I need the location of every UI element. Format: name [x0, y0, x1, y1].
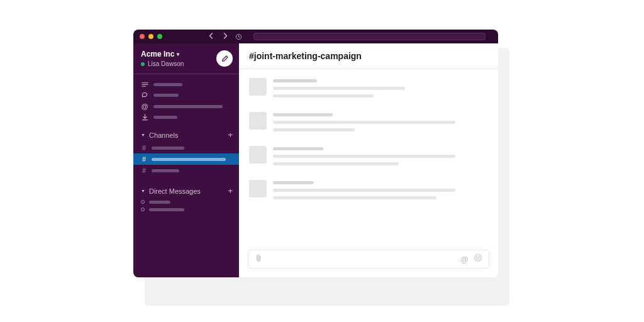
download-icon — [141, 114, 148, 121]
channels-label: Channels — [149, 131, 224, 139]
nav-threads[interactable] — [133, 79, 239, 90]
presence-offline-icon — [141, 200, 145, 204]
svg-point-3 — [479, 257, 479, 257]
message-name-placeholder — [273, 79, 317, 82]
sidebar: Acme Inc ▾ Lisa Dawson — [133, 43, 239, 277]
title-bar — [133, 30, 498, 43]
slack-window: Acme Inc ▾ Lisa Dawson — [133, 30, 498, 277]
message-text-placeholder — [273, 121, 455, 124]
channel-title: #joint-marketing-campaign — [249, 51, 362, 61]
message-name-placeholder — [273, 181, 314, 184]
window-minimize-button[interactable] — [148, 34, 153, 39]
channel-header[interactable]: #joint-marketing-campaign — [239, 43, 498, 69]
nav-controls — [208, 32, 242, 41]
message-text-placeholder — [273, 94, 374, 97]
user-name: Lisa Dawson — [148, 60, 184, 67]
message-name-placeholder — [273, 147, 323, 150]
message-text-placeholder — [273, 196, 436, 199]
nav-mentions[interactable]: @ — [133, 101, 239, 112]
message-name-placeholder — [273, 113, 333, 116]
avatar[interactable] — [249, 78, 267, 96]
history-button[interactable] — [235, 33, 242, 40]
channel-item[interactable]: # — [133, 165, 239, 176]
avatar[interactable] — [249, 146, 267, 164]
nav-placeholder — [153, 83, 182, 86]
chevron-down-icon: ▾ — [177, 52, 179, 57]
hash-icon: # — [141, 144, 147, 152]
nav-placeholder — [153, 94, 179, 97]
message-text-placeholder — [273, 87, 405, 90]
dm-item[interactable] — [133, 206, 239, 213]
message — [239, 175, 498, 209]
hash-icon: # — [141, 167, 147, 174]
divider — [133, 74, 239, 74]
channels-section-header[interactable]: ▼ Channels + — [133, 128, 239, 142]
nav-placeholder — [153, 116, 177, 119]
svg-point-1 — [475, 255, 482, 262]
dm-icon — [141, 92, 148, 99]
window-controls — [140, 34, 162, 39]
channel-item[interactable]: # — [133, 142, 239, 153]
message-text-placeholder — [273, 162, 399, 165]
dm-placeholder — [149, 201, 170, 204]
message — [239, 107, 498, 141]
channel-placeholder — [152, 147, 184, 150]
mention-button[interactable]: @ — [460, 255, 469, 264]
mention-icon: @ — [141, 103, 148, 110]
message-text-placeholder — [273, 128, 355, 131]
message-list[interactable] — [239, 69, 498, 245]
workspace-name: Acme Inc — [141, 50, 174, 58]
compose-button[interactable] — [216, 50, 233, 67]
attachment-icon[interactable] — [255, 253, 262, 265]
message — [239, 141, 498, 175]
dms-section-header[interactable]: ▼ Direct Messages + — [133, 184, 239, 198]
channel-item-active[interactable]: # — [133, 153, 239, 165]
nav-saved[interactable] — [133, 112, 239, 123]
message-composer[interactable]: @ — [248, 250, 489, 269]
message-text-placeholder — [273, 189, 455, 192]
caret-down-icon: ▼ — [141, 189, 145, 193]
forward-button[interactable] — [221, 32, 229, 41]
message-text-placeholder — [273, 155, 455, 158]
nav-placeholder — [153, 105, 223, 108]
main-panel: #joint-marketing-campaign — [239, 43, 498, 277]
window-close-button[interactable] — [140, 34, 145, 39]
message — [239, 73, 498, 107]
back-button[interactable] — [208, 32, 215, 41]
dm-item[interactable] — [133, 198, 239, 206]
channel-placeholder — [152, 158, 226, 161]
avatar[interactable] — [249, 112, 267, 130]
workspace-header[interactable]: Acme Inc ▾ Lisa Dawson — [133, 43, 239, 72]
presence-offline-icon — [141, 208, 145, 211]
hash-icon: # — [141, 155, 147, 163]
nav-dms[interactable] — [133, 90, 239, 101]
emoji-button[interactable] — [474, 253, 482, 265]
threads-icon — [141, 81, 148, 88]
add-dm-button[interactable]: + — [228, 186, 233, 196]
channel-placeholder — [152, 169, 179, 172]
svg-point-2 — [477, 257, 477, 257]
search-input[interactable] — [253, 33, 486, 40]
caret-down-icon: ▼ — [141, 133, 145, 137]
dm-placeholder — [149, 208, 184, 211]
dms-label: Direct Messages — [149, 187, 224, 195]
avatar[interactable] — [249, 180, 267, 197]
add-channel-button[interactable]: + — [228, 130, 233, 140]
window-maximize-button[interactable] — [157, 34, 162, 39]
presence-indicator-icon — [141, 62, 145, 66]
